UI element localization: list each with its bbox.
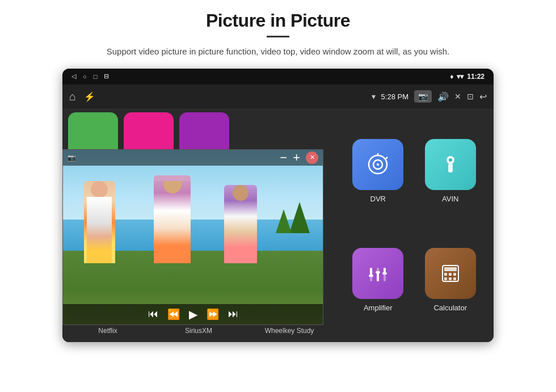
page-subtitle: Support video picture in picture functio…	[107, 45, 449, 58]
back-toolbar-icon[interactable]: ↩	[479, 91, 487, 102]
next-btn[interactable]: ⏩	[207, 308, 219, 321]
head-unit-toolbar: ⌂ ⚡ ▾ 5:28 PM 📷 🔊 ✕ ⊡ ↩	[62, 85, 494, 109]
recents-nav-icon[interactable]: □	[94, 73, 98, 80]
svg-rect-21	[453, 273, 456, 276]
pip-close-icon: ✕	[310, 154, 315, 161]
person-3	[224, 185, 257, 263]
camera-toolbar-icon[interactable]: 📷	[414, 90, 432, 103]
svg-rect-22	[444, 277, 447, 280]
back-nav-icon[interactable]: ◁	[71, 73, 76, 80]
amplifier-icon-box	[352, 248, 403, 299]
svg-rect-6	[448, 163, 453, 172]
amplifier-svg	[364, 260, 391, 287]
calculator-label: Calculator	[433, 304, 467, 312]
calculator-svg	[437, 260, 464, 287]
amplifier-label: Amplifier	[364, 304, 393, 312]
person-2	[154, 175, 191, 263]
page-wrapper: Picture in Picture Support video picture…	[0, 0, 556, 392]
app-avin[interactable]: AVIN	[419, 121, 483, 222]
svg-rect-24	[453, 277, 456, 280]
pip-container[interactable]: 📷 − + ✕	[62, 149, 323, 325]
title-divider	[267, 36, 289, 37]
svg-rect-20	[449, 273, 452, 276]
home-icon[interactable]: ⌂	[69, 90, 76, 103]
pip-plus-btn[interactable]: +	[293, 150, 300, 165]
playback-bar: ⏮ ⏪ ▶ ⏩ ⏭	[63, 304, 323, 324]
app-dvr[interactable]: DVR	[346, 121, 410, 222]
person-1	[84, 181, 115, 263]
svg-rect-14	[369, 275, 373, 277]
svg-rect-15	[376, 271, 380, 273]
toolbar-time: 5:28 PM	[381, 92, 408, 101]
location-icon: ♦	[450, 73, 453, 81]
volume-toolbar-icon[interactable]: 🔊	[437, 91, 449, 102]
home-nav-icon[interactable]: ○	[83, 73, 87, 80]
video-area: 📷 − + ✕	[62, 109, 335, 342]
avin-icon-box	[425, 139, 476, 190]
avin-label: AVIN	[442, 195, 458, 203]
app-calculator[interactable]: Calculator	[419, 230, 483, 331]
main-content: 📷 − + ✕	[62, 109, 494, 342]
app-grid-right: DVR AVIN	[335, 109, 494, 342]
toolbar-right: ▾ 5:28 PM 📷 🔊 ✕ ⊡ ↩	[372, 90, 487, 103]
svg-line-4	[386, 157, 387, 159]
svg-rect-11	[377, 272, 379, 281]
pip-top-bar: 📷 − + ✕	[63, 150, 323, 166]
svg-rect-18	[444, 267, 457, 271]
wifi-status-icon: ▾▾	[457, 73, 464, 81]
forward-btn[interactable]: ⏭	[228, 308, 238, 320]
tablet-frame: ◁ ○ □ ⊟ ♦ ▾▾ 11:22 ⌂ ⚡ ▾ 5:28 PM 📷 🔊	[62, 69, 494, 342]
toolbar-left: ⌂ ⚡	[69, 90, 95, 103]
pip-minus-btn[interactable]: −	[280, 150, 287, 165]
play-btn[interactable]: ▶	[189, 307, 197, 321]
svg-rect-23	[449, 277, 452, 280]
prev-btn[interactable]: ⏪	[167, 308, 180, 321]
avin-svg	[437, 151, 464, 178]
dvr-svg	[364, 151, 391, 178]
dvr-label: DVR	[370, 195, 386, 203]
wifi-toolbar-icon: ▾	[372, 92, 376, 101]
page-title: Picture in Picture	[206, 10, 350, 31]
status-time: 11:22	[467, 73, 485, 81]
dvr-icon-box	[352, 139, 403, 190]
close-toolbar-icon[interactable]: ✕	[454, 92, 461, 101]
tree-1	[289, 202, 310, 233]
svg-point-7	[449, 158, 452, 162]
calculator-icon-box	[425, 248, 476, 299]
tree-2	[276, 209, 292, 233]
svg-point-2	[377, 163, 379, 166]
pip-controls: − + ✕	[280, 150, 318, 165]
rewind-btn[interactable]: ⏮	[148, 308, 158, 320]
video-scene	[63, 150, 323, 324]
pip-close-btn[interactable]: ✕	[306, 151, 318, 164]
usb-icon[interactable]: ⚡	[84, 91, 95, 102]
pip-toolbar-icon[interactable]: ⊡	[467, 92, 474, 101]
svg-rect-9	[370, 268, 372, 276]
screenshot-nav-icon[interactable]: ⊟	[104, 73, 109, 80]
status-bar-right: ♦ ▾▾ 11:22	[450, 73, 485, 81]
svg-rect-19	[444, 273, 447, 276]
app-amplifier[interactable]: Amplifier	[346, 230, 410, 331]
status-bar: ◁ ○ □ ⊟ ♦ ▾▾ 11:22	[62, 69, 494, 85]
svg-rect-16	[382, 272, 387, 275]
status-bar-left: ◁ ○ □ ⊟	[71, 73, 109, 80]
pip-camera-icon: 📷	[68, 154, 76, 162]
